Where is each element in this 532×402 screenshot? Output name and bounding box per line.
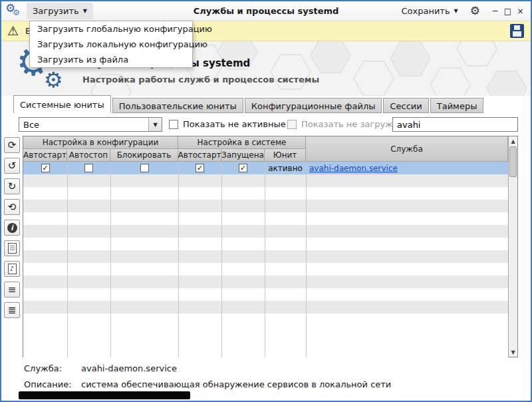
minimize-button[interactable]: ─ [489,7,501,16]
reload-config-button[interactable]: ↺ [4,158,20,174]
autostart-system-checkbox[interactable] [196,164,204,172]
app-gears-logo-icon: ⚙ ⚙ [5,3,23,19]
empty-row [23,174,508,187]
tab-sessions[interactable]: Сессии [383,98,428,113]
show-inactive-option: Показать не активные [169,119,286,129]
warning-icon: ⚠ [7,25,19,37]
unit-filter-combobox[interactable]: Все ▼ [19,117,162,132]
empty-row [23,212,508,225]
group-header-system: Настройка в системе [178,136,306,149]
autostart-config-checkbox[interactable] [41,164,50,172]
dependencies-button[interactable]: ≣ [4,302,20,318]
app-window: ⚙ ⚙ Загрузить ▼ Службы и процессы system… [0,0,532,402]
empty-rows [23,174,508,326]
search-input[interactable] [392,117,518,132]
running-cell [221,162,265,174]
service-link[interactable]: avahi-daemon.service [306,162,508,174]
revert-button[interactable]: ⟲ [4,199,20,215]
window-controls: ─ □ × [489,7,527,16]
filter-row: Все ▼ Показать не активные Показать не з… [1,113,531,136]
details-service-label: Служба: [24,363,81,373]
menu-item-load-local-config[interactable]: Загрузить локальную конфигурацию [30,37,192,52]
column-header-running: Запущена [221,149,265,162]
maximize-button[interactable]: □ [501,7,514,16]
info-button[interactable]: i [4,220,20,236]
block-cell [110,162,178,174]
status-list-button[interactable]: ≡ [4,282,20,298]
group-header-config: Настройка в конфигурации [23,136,178,149]
table-row-avahi[interactable]: активно avahi-daemon.service [23,162,508,174]
scroll-up-button[interactable]: ▲ [509,136,517,146]
load-menu-label: Загрузить [33,6,79,16]
vertical-scrollbar[interactable]: ▲ ▼ [508,136,517,357]
restart-unit-button[interactable]: ↻ [4,178,20,194]
details-description-label: Описание: [24,379,81,389]
save-menu-button[interactable]: Сохранить ▼ [395,3,464,19]
details-description-value: система обеспечивающая обнаружение серви… [81,379,391,389]
gear-icon: ⚙ [13,9,20,17]
chevron-down-icon: ▼ [83,9,87,14]
tab-config-files[interactable]: Конфигурационные файлы [245,98,382,113]
empty-row [23,250,508,263]
scroll-down-button[interactable]: ▼ [509,347,517,357]
autostop-cell [67,162,110,174]
revert-icon: ⟲ [8,202,17,212]
gear-icon: ⚙ [470,4,480,17]
chevron-down-icon[interactable]: ▼ [148,118,162,131]
column-divider [110,162,111,357]
autostart-system-cell [178,162,221,174]
config-file-button[interactable] [4,240,20,256]
empty-row [23,301,508,313]
column-header-autostop: Автостоп [67,149,110,162]
refresh-icon: ⟳ [8,140,17,150]
titlebar: ⚙ ⚙ Загрузить ▼ Службы и процессы system… [1,1,531,21]
menu-item-load-from-file[interactable]: Загрузить из файла [30,52,192,67]
running-checkbox[interactable] [239,164,247,172]
progress-bar [19,391,190,399]
close-button[interactable]: × [514,7,527,16]
list-icon: ≡ [8,285,17,295]
empty-row [23,263,508,276]
autostart-config-cell [23,162,67,174]
save-menu-label: Сохранить [401,6,450,16]
menu-item-load-global-config[interactable]: Загрузить глобальную конфигурацию [30,21,192,37]
empty-row [23,238,508,250]
column-divider [221,162,222,357]
chevron-down-icon: ▼ [454,9,458,14]
show-inactive-checkbox[interactable] [169,120,178,129]
load-dropdown-menu: Загрузить глобальную конфигурацию Загруз… [29,21,193,68]
column-divider [178,162,179,357]
table-body: активно avahi-daemon.service [23,162,508,357]
column-header-autostart-system: Автостарт [178,149,221,162]
load-menu-button[interactable]: Загрузить ▼ [27,3,93,19]
info-icon: i [7,223,17,233]
empty-row [23,200,508,212]
block-checkbox[interactable] [140,164,149,172]
autostop-checkbox[interactable] [84,164,93,172]
empty-row [23,313,508,326]
tab-user-units[interactable]: Пользовательские юниты [112,98,243,113]
column-header-autostart-config: Автостарт [23,149,67,162]
details-service-value: avahi-daemon.service [81,363,177,373]
tab-timers[interactable]: Таймеры [430,98,484,113]
settings-gear-button[interactable]: ⚙ [466,5,485,17]
details-panel: Служба: avahi-daemon.service Описание: с… [24,363,391,395]
banner-subtitle: Настройка работы служб и процессов систе… [82,75,319,85]
restart-icon: ↻ [8,182,17,192]
column-divider [67,162,68,357]
gear-icon: ⚙ [44,69,63,91]
save-floppy-icon[interactable] [510,24,524,38]
refresh-button[interactable]: ⟳ [4,137,20,153]
journal-button[interactable]: ♪ [4,261,20,277]
scrollbar-thumb[interactable] [509,146,517,177]
tab-system-units[interactable]: Системные юниты [13,95,111,113]
empty-row [23,276,508,288]
journal-icon: ♪ [8,264,17,274]
unit-state-cell: активно [265,162,306,174]
show-unloaded-checkbox[interactable] [287,120,297,129]
column-header-unit: Юнит [265,149,306,162]
empty-row [23,225,508,238]
reload-icon: ↺ [8,161,17,171]
empty-row [23,187,508,200]
tab-bar: Системные юниты Пользовательские юниты К… [13,95,485,113]
